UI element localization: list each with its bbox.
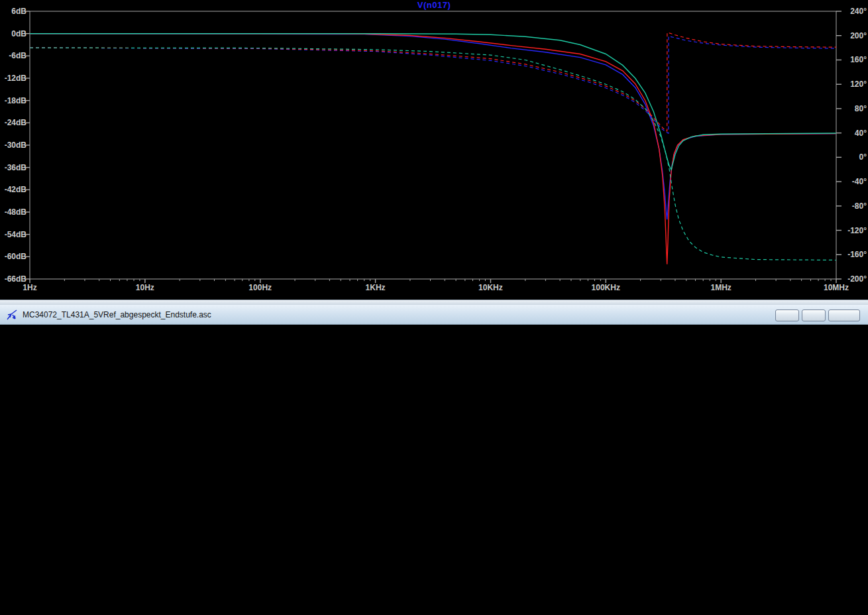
schematic-label: 500 — [78, 388, 96, 400]
phase-axis-label: 160° — [839, 55, 867, 64]
schematic-label: V6 — [158, 388, 172, 400]
magnitude-green-curve — [30, 34, 836, 170]
window-title: MC34072_TL431A_5VRef_abgespeckt_Endstufe… — [23, 310, 211, 319]
db-axis-label: -42dB — [0, 185, 27, 194]
waveform-pane[interactable]: V(n017) 6dB0dB-6dB-12dB-18dB-24dB-30dB-3… — [0, 0, 868, 300]
schematic-label: R9 — [280, 376, 293, 388]
schematic-label: MC33072 — [478, 364, 524, 376]
db-axis-label: -24dB — [0, 118, 27, 127]
phase-axis-label: -40° — [839, 177, 867, 186]
schematic-label: L1 — [606, 364, 618, 376]
magnitude-red-curve — [30, 34, 836, 264]
db-axis-label: -60dB — [0, 252, 27, 261]
schematic-label: .include MC33072.MOD — [365, 364, 478, 376]
schematic-label: 47p — [589, 364, 607, 376]
freq-axis-label: 10KHz — [464, 283, 517, 292]
db-axis-label: 6dB — [0, 7, 27, 16]
schematic-label: C9 — [575, 364, 588, 376]
schematic-label: R25 — [335, 364, 354, 376]
db-axis-label: -54dB — [0, 230, 27, 239]
schematic-label: 10k — [753, 353, 771, 364]
schematic-label: Spannung — [399, 388, 447, 400]
schematic-label: Q2 — [677, 364, 690, 376]
schematic-label: P2b — [25, 364, 43, 376]
schematic-label: Q3 — [311, 376, 325, 388]
schematic-label: BC337-40 — [325, 376, 372, 388]
schematic-label: 100n — [653, 364, 677, 376]
minimize-button[interactable] — [775, 309, 799, 321]
plot-frame — [30, 11, 836, 279]
schematic-label: R21 — [99, 364, 118, 376]
schematic-label: 10k — [119, 364, 136, 376]
schematic-label: Rser=1 — [620, 353, 655, 364]
schematic-label: R15 — [538, 364, 557, 376]
phase-red-curve — [30, 32, 836, 131]
schematic-label: R11 — [248, 364, 267, 376]
phase-axis-label: -80° — [839, 201, 867, 211]
schematic-label: Strom — [171, 388, 199, 400]
schematic-label: R24 — [423, 376, 442, 388]
phase-axis-label: 0° — [839, 152, 867, 162]
phase-axis-label: -200° — [839, 274, 867, 284]
db-axis-label: 0dB — [0, 29, 27, 38]
db-axis-label: -6dB — [0, 51, 27, 60]
phase-axis-label: 120° — [839, 80, 867, 89]
schematic-label: 1p — [231, 376, 243, 388]
schematic-label: BC547B — [514, 376, 554, 388]
db-axis-label: -12dB — [0, 74, 27, 83]
close-button[interactable] — [828, 309, 860, 321]
schematic-label: 10000 — [356, 388, 386, 400]
db-axis-label: -66dB — [0, 274, 27, 284]
schematic-label: C7 — [372, 376, 386, 388]
schematic-label: R16 — [51, 376, 70, 388]
schematic-label: R17 — [44, 364, 63, 376]
freq-axis-label: 100Hz — [234, 283, 287, 292]
schematic-label: {R} — [442, 376, 457, 388]
pane-splitter[interactable] — [0, 300, 868, 305]
freq-axis-label: 10MHz — [810, 283, 863, 292]
schematic-label: MJL3281 — [743, 364, 787, 376]
freq-axis-label: 1KHz — [349, 283, 402, 292]
schematic-label: 1N4148 — [298, 364, 335, 376]
db-axis-label: -18dB — [0, 96, 27, 105]
schematic-label: C8 — [714, 353, 728, 364]
schematic-label: 5V — [135, 364, 148, 376]
spice-model-line: .MODEL 1N4004 D (IS=5.31656e-08 RS=0.039… — [72, 341, 794, 352]
schematic-label: 5 — [109, 388, 115, 400]
freq-axis-label: 1MHz — [694, 283, 747, 292]
schematic-label: 36 — [608, 353, 620, 364]
schematic-label: D9 — [284, 364, 298, 376]
schematic-label: .ac oct 50 1 10meg — [590, 376, 680, 388]
phase-blue-curve — [30, 36, 836, 134]
schematic-label: V4 — [96, 388, 109, 400]
schematic-label: PULSE(1000 300 0.5 1u 1u 0.1) — [199, 388, 351, 400]
schematic-label: 1N4148 — [88, 376, 125, 388]
restore-button[interactable] — [802, 309, 826, 321]
schematic-label: 9k — [88, 364, 99, 376]
schematic-label: L3 — [145, 376, 157, 388]
magnitude-blue-curve — [30, 34, 836, 220]
schematic-label: D11 — [404, 376, 423, 388]
schematic-label: D10 — [126, 376, 145, 388]
schematic-label: 1n — [728, 353, 739, 364]
schematic-label: 28V~/3.2A — [507, 353, 557, 364]
schematic-label: R2 — [739, 353, 753, 364]
schematic-label: 100n — [157, 376, 181, 388]
schematic-label: Rser=0.1 — [167, 364, 210, 376]
schematic-label: 100n — [618, 364, 641, 376]
schematic-window-titlebar[interactable]: MC34072_TL431A_5VRef_abgespeckt_Endstufe… — [0, 305, 868, 325]
schematic-label: 1N5404 — [243, 376, 280, 388]
schematic-label: 10µ — [386, 376, 404, 388]
schematic-label: R18 — [69, 364, 88, 376]
schematic-label: P1a — [211, 364, 229, 376]
phase-axis-label: 200° — [839, 31, 867, 40]
schematic-label: 0.2 — [485, 376, 500, 388]
db-axis-label: -36dB — [0, 163, 27, 172]
schematic-label: V2 — [770, 353, 783, 364]
phase-axis-label: 240° — [839, 7, 867, 16]
schematic-label: 2SD882 — [690, 364, 729, 376]
schematic-label: U2 — [525, 364, 538, 376]
schematic-label: 10k — [200, 376, 217, 388]
schematic-label: MC33072 — [655, 353, 700, 364]
phase-axis-label: 40° — [839, 129, 867, 138]
